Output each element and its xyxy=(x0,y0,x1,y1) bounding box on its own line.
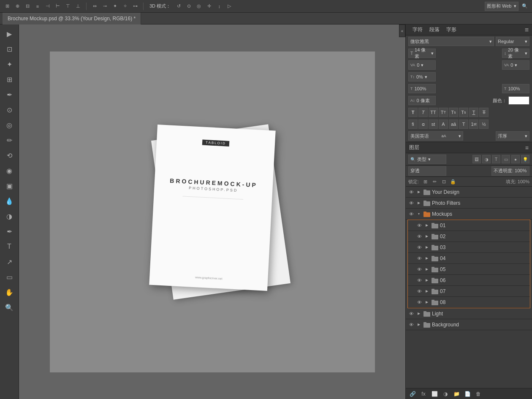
font-size-input[interactable]: T 14 像素 xyxy=(408,49,436,58)
layer-photo-filters[interactable]: 👁 Photo Filters xyxy=(406,198,532,209)
opacity-input[interactable]: 不透明度: 100% xyxy=(491,166,529,176)
crop-tool[interactable]: ⊞ xyxy=(3,73,16,86)
strikethrough-button[interactable]: T̶ xyxy=(479,108,489,117)
layer-expand-your-design[interactable] xyxy=(416,189,422,195)
eraser-tool[interactable]: ◉ xyxy=(3,164,16,177)
layer-03[interactable]: 👁 03 xyxy=(408,242,530,253)
zoom-tool[interactable]: 🔍 xyxy=(3,301,16,314)
layer-expand-02[interactable] xyxy=(424,233,430,239)
layer-05[interactable]: 👁 05 xyxy=(408,264,530,275)
filter-type-icon[interactable]: T xyxy=(492,155,500,163)
layer-expand-background[interactable] xyxy=(416,322,422,328)
shape-tool[interactable]: ▭ xyxy=(3,270,16,284)
tool-icon-3[interactable]: ⊟ xyxy=(24,3,31,10)
layer-your-design[interactable]: 👁 Your Design xyxy=(406,187,532,198)
ordinal-button[interactable]: 1st xyxy=(469,119,478,129)
hand-tool[interactable]: ✋ xyxy=(3,285,16,299)
ligature-button[interactable]: fi xyxy=(408,119,418,129)
vert-scale-input[interactable]: T↕ 0% xyxy=(408,72,436,81)
filter-color-icon[interactable]: 💡 xyxy=(521,155,529,163)
layer-expand-06[interactable] xyxy=(424,277,430,283)
lock-position-icon[interactable]: ✏ xyxy=(431,178,438,185)
layer-eye-06[interactable]: 👁 xyxy=(415,277,423,284)
baseline-input[interactable]: A↕ 0 像素 xyxy=(408,96,436,105)
panel-collapse-button[interactable]: « xyxy=(399,24,405,37)
sub-button[interactable]: Ts xyxy=(459,108,468,117)
layer-eye-01[interactable]: 👁 xyxy=(415,222,423,229)
underline-button[interactable]: T xyxy=(469,108,478,117)
lasso-tool[interactable]: ✦ xyxy=(3,57,16,71)
italic-button[interactable]: T xyxy=(418,108,428,117)
layer-expand-photo-filters[interactable] xyxy=(416,200,422,206)
panel-more-button[interactable]: ≡ xyxy=(525,26,529,34)
layer-eye-02[interactable]: 👁 xyxy=(415,233,423,240)
layer-expand-08[interactable] xyxy=(424,299,430,305)
layer-eye-mockups[interactable]: 👁 xyxy=(407,210,415,218)
smallcaps-button[interactable]: TT xyxy=(439,108,448,117)
layer-07[interactable]: 👁 07 xyxy=(408,286,530,297)
group-layers-button[interactable]: 📁 xyxy=(452,390,461,398)
layer-eye-background[interactable]: 👁 xyxy=(407,321,415,328)
layer-eye-photo-filters[interactable]: 👁 xyxy=(407,199,415,207)
lock-artboard-icon[interactable]: ⊡ xyxy=(440,178,448,185)
tool-icon-2[interactable]: ⊕ xyxy=(14,3,21,10)
vert-scale2-input[interactable]: T 100% xyxy=(502,84,529,93)
layer-background[interactable]: 👁 Background xyxy=(406,319,532,330)
font-family-select[interactable]: 微软雅黑 xyxy=(408,37,494,46)
filter-shape-icon[interactable]: ▭ xyxy=(502,155,510,163)
color-swatch[interactable] xyxy=(508,96,529,105)
tool-icon-6[interactable]: ⊢ xyxy=(54,3,62,10)
tool-icon-11[interactable]: ✦ xyxy=(111,3,119,10)
swash-button[interactable]: st xyxy=(429,119,438,129)
tool-icon-13[interactable]: ⊶ xyxy=(131,3,139,10)
tool-icon-18[interactable]: ↕ xyxy=(215,3,223,10)
document-tab[interactable]: Brochure Mockup.psd @ 33.3% (Your Design… xyxy=(3,13,141,24)
path-tool[interactable]: ↗ xyxy=(3,255,16,269)
layer-eye-03[interactable]: 👁 xyxy=(415,244,423,251)
tool-icon-1[interactable]: ⊞ xyxy=(3,3,11,10)
layer-expand-04[interactable] xyxy=(424,255,430,261)
layers-menu-button[interactable]: ≡ xyxy=(525,144,529,151)
fraction-button[interactable]: ½ xyxy=(479,119,489,129)
pen-tool[interactable]: ✒ xyxy=(3,225,16,238)
layer-eye-05[interactable]: 👁 xyxy=(415,266,423,273)
layer-filter-input[interactable]: 🔍 类型 xyxy=(408,155,446,164)
layer-01[interactable]: 👁 01 xyxy=(408,220,530,231)
delete-layer-button[interactable]: 🗑 xyxy=(474,390,483,398)
tracking-input[interactable]: VA 0 xyxy=(502,60,529,70)
workspace-selector[interactable]: 图形和 Web xyxy=(485,2,518,11)
tool-icon-9[interactable]: ⇔ xyxy=(91,3,98,10)
tool-icon-7[interactable]: ⊤ xyxy=(64,3,72,10)
add-mask-button[interactable]: ⬜ xyxy=(430,390,439,398)
line-height-input[interactable]: ↕ 20 像素 xyxy=(502,49,529,58)
layer-eye-04[interactable]: 👁 xyxy=(415,255,423,262)
tool-icon-4[interactable]: ≡ xyxy=(34,3,41,10)
layer-eye-07[interactable]: 👁 xyxy=(415,288,423,295)
tool-icon-19[interactable]: ▷ xyxy=(225,3,233,10)
titling-button[interactable]: T xyxy=(459,119,468,129)
kerning-input[interactable]: VA 0 xyxy=(408,60,436,70)
alt-button[interactable]: A xyxy=(439,119,448,129)
super-button[interactable]: Ts xyxy=(449,108,458,117)
layer-expand-01[interactable] xyxy=(424,223,430,228)
layer-mockups[interactable]: 👁 Mockups xyxy=(406,209,532,220)
type-tool[interactable]: T xyxy=(3,240,16,253)
filter-image-icon[interactable]: 🖼 xyxy=(472,155,481,163)
allcaps-button[interactable]: TT xyxy=(429,108,438,117)
font-style-select[interactable]: Regular xyxy=(496,37,529,46)
eyedropper-tool[interactable]: ✒ xyxy=(3,88,16,101)
tool-icon-8[interactable]: ⊥ xyxy=(74,3,82,10)
layer-08[interactable]: 👁 08 xyxy=(408,297,530,308)
layer-02[interactable]: 👁 02 xyxy=(408,231,530,242)
filter-smart-icon[interactable]: ● xyxy=(511,155,520,163)
filter-adjust-icon[interactable]: ◑ xyxy=(482,155,491,163)
history-tool[interactable]: ⟲ xyxy=(3,149,16,162)
tool-icon-17[interactable]: ✛ xyxy=(205,3,213,10)
layer-light[interactable]: 👁 Light xyxy=(406,308,532,319)
bold-button[interactable]: T xyxy=(408,108,418,117)
tab-character[interactable]: 字符 xyxy=(409,24,426,35)
layer-expand-05[interactable] xyxy=(424,266,430,272)
new-layer-button[interactable]: 📄 xyxy=(463,390,472,398)
antialias-select[interactable]: 浑厚 xyxy=(496,131,529,141)
tool-icon-10[interactable]: ⊸ xyxy=(101,3,109,10)
